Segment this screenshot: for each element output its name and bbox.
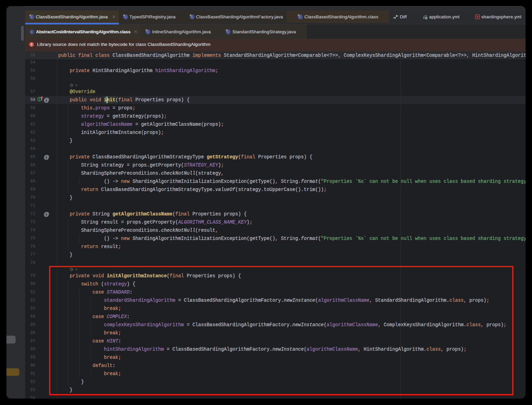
svg-text:C: C [227,30,229,34]
svg-text:C: C [299,15,301,19]
svg-text:C: C [191,15,193,19]
svg-text:C: C [31,15,33,19]
svg-text:Y: Y [477,15,479,19]
svg-text:C: C [147,30,149,34]
svg-text:C: C [125,15,127,19]
svg-text:C: C [31,30,33,34]
